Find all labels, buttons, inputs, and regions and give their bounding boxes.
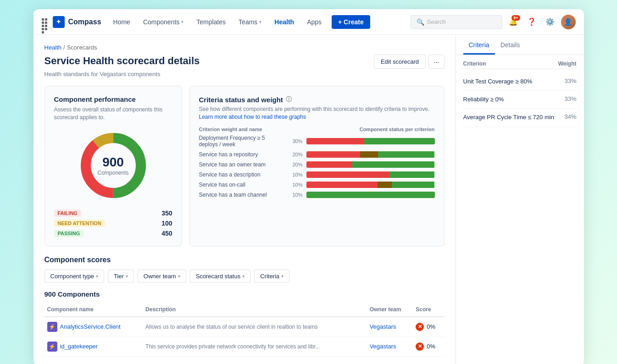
bar-header: Criterion weight and name Component stat… [199,127,435,132]
nav-teams[interactable]: Teams ▾ [234,16,266,28]
bar-row: Service has a team channel10% [199,192,435,198]
criteria-items: Unit Test Coverage ≥ 80% 33%Reliability … [463,73,577,127]
criteria-learn-link[interactable]: Learn more about how to read these graph… [199,114,306,120]
criteria-item: Average PR Cycle Time ≤ 720 min 34% [463,109,577,127]
donut-chart: 900 Components [77,129,150,202]
passing-count: 450 [161,230,172,237]
search-box[interactable]: 🔍 Search [411,15,502,29]
bar-pct: 10% [288,192,303,198]
component-link[interactable]: ⚡ id_gatekeeper [47,342,140,352]
cell-component-name: ⚡ AnalyticsService.Client [44,317,143,337]
edit-scorecard-button[interactable]: Edit scorecard [374,55,426,69]
logo-text: Compass [68,18,101,26]
bar-track [306,171,435,178]
nav-health[interactable]: Health [270,16,299,28]
notif-badge: 9+ [511,15,520,21]
bar-pct: 10% [288,172,303,177]
header: ✦ Compass Home Components ▾ Templates Te… [33,9,584,35]
search-icon: 🔍 [417,18,424,26]
info-icon[interactable]: ⓘ [286,95,292,104]
more-actions-button[interactable]: ··· [428,55,445,69]
right-tabs: Criteria Details [456,35,584,55]
perf-card-subtitle: Assess the overall status of components … [54,106,172,121]
bar-col-left: Criterion weight and name [199,127,306,132]
nav-components[interactable]: Components ▾ [139,16,188,28]
table-row: ⚡ AnalyticsService.Client Allows us to a… [44,317,445,337]
filters-row: Component type ▾Tier ▾Owner team ▾Scorec… [44,270,445,283]
settings-button[interactable]: ⚙️ [543,15,557,29]
bar-row: Service has a description10% [199,171,435,178]
filter-tier[interactable]: Tier ▾ [108,270,134,283]
bar-track [306,182,435,188]
left-panel: Health / Scorecards Service Health score… [33,35,456,364]
fail-icon: ✕ [416,342,424,351]
criteria-col-criterion: Criterion [463,61,486,67]
criteria-card-desc: See how different components are perform… [199,105,435,121]
failing-count: 350 [161,210,172,217]
filter-scorecard-status[interactable]: Scorecard status ▾ [190,270,251,283]
bar-segment [306,182,378,188]
criteria-card-header: Criteria status and weight ⓘ See how dif… [199,95,435,121]
criterion-name: Average PR Cycle Time ≤ 720 min [463,113,561,121]
header-icons: 🔔 9+ ❓ ⚙️ 👤 [506,15,576,29]
bar-label: Service has a team channel [199,192,284,198]
nav-apps[interactable]: Apps [302,16,326,28]
bar-segment [378,151,434,158]
bar-segment [392,182,434,188]
user-avatar[interactable]: 👤 [561,15,576,29]
bar-track [306,161,435,168]
breadcrumb-parent[interactable]: Health [44,44,62,51]
bar-label: Service has a description [199,171,284,178]
legend-need: NEED ATTENTION 100 [54,220,172,227]
nav-home[interactable]: Home [109,16,135,28]
nav-templates[interactable]: Templates [192,16,230,28]
criterion-weight: 33% [561,77,576,84]
chevron-down-icon: ▾ [259,19,261,24]
create-button[interactable]: + Create [332,15,370,29]
criteria-card-title: Criteria status and weight ⓘ [199,95,435,104]
table-row: ⚡ id_gatekeeper This service provides pr… [44,336,445,356]
bar-pct: 20% [288,152,303,157]
cell-component-name: ⚡ id_gatekeeper [44,336,143,356]
cell-score: ✕ 0% [413,336,444,356]
criteria-status-card: Criteria status and weight ⓘ See how dif… [189,86,445,247]
tab-details[interactable]: Details [495,35,526,55]
filter-component-type[interactable]: Component type ▾ [44,270,104,283]
passing-badge: PASSING [54,230,84,237]
cell-owner-team: Vegastars [367,336,413,356]
tab-criteria[interactable]: Criteria [463,35,495,55]
breadcrumb: Health / Scorecards [44,44,445,51]
bar-label: Service has on-call [199,182,284,188]
help-button[interactable]: ❓ [524,15,539,29]
bar-row: Service has an owner team20% [199,161,435,168]
bar-segment [360,151,378,158]
team-link[interactable]: Vegastars [370,343,396,350]
bar-segment [306,151,361,158]
criteria-item: Reliability ≥ 0% 33% [463,91,577,109]
bar-segment [306,138,364,144]
legend-passing: PASSING 450 [54,230,172,237]
legend-failing: FAILING 350 [54,210,172,217]
col-component-name: Component name [44,303,143,317]
bar-label: Service has an owner team [199,161,284,168]
bar-segment [306,161,353,168]
component-link[interactable]: ⚡ AnalyticsService.Client [47,322,140,332]
col-score: Score [413,303,444,317]
filter-owner-team[interactable]: Owner team ▾ [138,270,186,283]
component-count: 900 Components [44,290,445,298]
team-link[interactable]: Vegastars [370,323,396,330]
donut-wrap: 900 Components [54,129,172,202]
donut-label: 900 Components [97,155,128,176]
logo-area: ✦ Compass [42,16,101,28]
filter-criteria[interactable]: Criteria ▾ [254,270,289,283]
criteria-list: Criterion Weight Unit Test Coverage ≥ 80… [456,55,584,132]
cell-score: ✕ 0% [413,317,444,337]
grid-icon[interactable] [42,18,49,26]
component-icon: ⚡ [47,342,57,352]
bar-track [306,192,435,198]
component-scores-title: Component scores [44,256,445,264]
search-placeholder: Search [427,18,446,25]
notifications-button[interactable]: 🔔 9+ [506,15,521,29]
bar-segment [364,138,435,144]
need-badge: NEED ATTENTION [54,220,105,227]
